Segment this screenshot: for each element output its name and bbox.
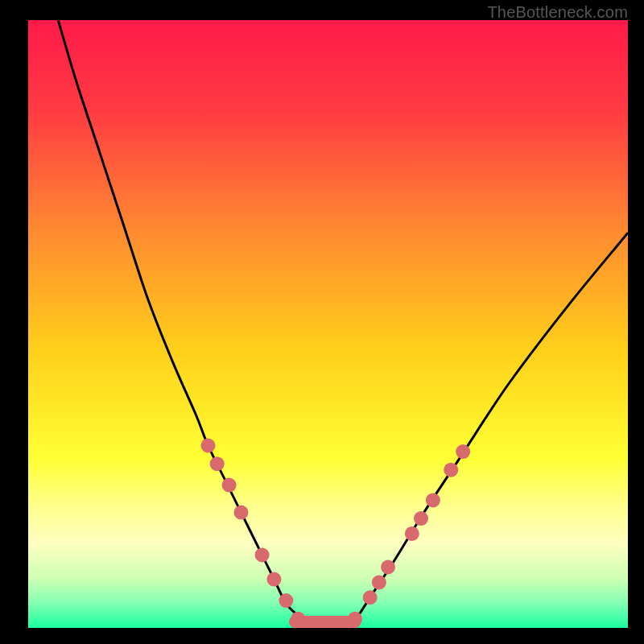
chart-frame — [28, 20, 628, 628]
data-marker — [279, 593, 293, 608]
data-marker — [363, 590, 378, 605]
data-marker — [426, 493, 440, 507]
data-marker — [266, 572, 281, 587]
data-marker — [372, 575, 386, 589]
data-marker — [255, 547, 270, 562]
data-marker — [222, 478, 237, 493]
gradient-background — [28, 20, 628, 628]
data-marker — [233, 506, 248, 520]
data-marker — [381, 560, 395, 575]
watermark-text: TheBottleneck.com — [487, 3, 628, 22]
data-marker — [201, 439, 216, 453]
data-marker — [414, 511, 428, 526]
data-marker — [348, 612, 362, 626]
data-marker — [405, 526, 419, 541]
data-marker — [210, 456, 225, 471]
data-marker — [456, 444, 470, 459]
data-marker — [444, 463, 458, 477]
bottleneck-chart — [28, 20, 628, 628]
